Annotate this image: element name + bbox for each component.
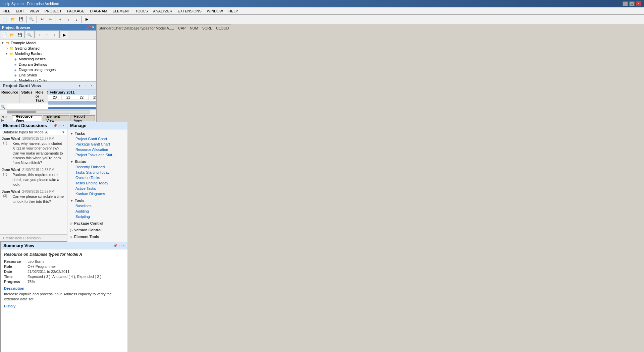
tree-modeling-basics-pkg[interactable]: ◈ Modeling Basics	[1, 56, 96, 62]
pb-close-btn[interactable]: ×	[92, 25, 94, 30]
menu-help[interactable]: HELP	[226, 8, 241, 14]
pgv-hscroll-thumb[interactable]	[7, 111, 36, 113]
tree-diagram-settings[interactable]: ◈ Diagram Settings	[1, 62, 96, 67]
manage-tasks-header[interactable]: ▼ Tasks	[69, 131, 126, 136]
menu-window[interactable]: WINDOW	[204, 8, 226, 14]
pgv-bar-area	[48, 100, 96, 109]
minimize-btn[interactable]: _	[623, 1, 628, 6]
ed-new-discussion[interactable]: Create new Discussion	[0, 234, 67, 241]
manage-resource-alloc[interactable]: Resource Allocation	[69, 147, 126, 152]
tree-root[interactable]: ▼ 🗃 Example Model	[1, 40, 96, 46]
ed-close-btn[interactable]: ×	[62, 124, 64, 127]
sv-close-btn[interactable]: ×	[123, 244, 125, 247]
ed-db-toggle[interactable]: ▼	[62, 130, 65, 134]
disc-2-text: Paulene, this requires more detail, can …	[8, 172, 66, 187]
ed-pin-btn[interactable]: 📌	[53, 124, 57, 127]
undo-btn[interactable]: ↩	[38, 16, 46, 23]
manage-tasks-ending[interactable]: Tasks Ending Today	[69, 180, 126, 186]
pb-pin-btn[interactable]: 📌	[87, 25, 91, 30]
tree-modeling-basics[interactable]: ▼ 📁 Modeling Basics	[1, 51, 96, 56]
sv-history[interactable]: History	[4, 304, 124, 308]
manage-project-tasks[interactable]: Project Tasks and Stat...	[69, 152, 126, 158]
manage-package-gantt[interactable]: Package Gantt Chart	[69, 141, 126, 147]
manage-tasks-starting[interactable]: Tasks Starting Today	[69, 170, 126, 175]
tree-diagram-images[interactable]: ◈ Diagram using Images	[1, 67, 96, 72]
pgv-bar-jane-bg	[48, 101, 96, 105]
menu-tools[interactable]: TOOLS	[132, 8, 150, 14]
pgv-bar-req011-bar	[48, 107, 96, 109]
ed-controls[interactable]: 📌 ◻ ×	[53, 124, 64, 127]
manage-scripting[interactable]: Scripting	[69, 214, 126, 219]
tree-line-styles[interactable]: ◈ Line Styles	[1, 72, 96, 78]
pgv-hscroll-track[interactable]	[7, 110, 90, 114]
manage-recently-finished[interactable]: Recently Finished	[69, 164, 126, 170]
manage-auditing[interactable]: Auditing	[69, 209, 126, 214]
sv-controls[interactable]: 📌 ◻ ×	[113, 244, 125, 247]
new-btn[interactable]: 📄	[1, 16, 9, 23]
tree-getting-started[interactable]: ▷ 📁 Getting Started	[1, 46, 96, 51]
pgv-hscroll[interactable]	[0, 109, 96, 114]
tab-report-view[interactable]: Report View	[70, 115, 95, 121]
run-btn[interactable]: ▶	[83, 16, 91, 23]
tab-resource-view[interactable]: Resource View	[12, 115, 42, 121]
sv-title: Summary View	[3, 243, 34, 248]
manage-tools-header[interactable]: ▼ Tools	[69, 198, 126, 203]
pb-add-btn[interactable]: +	[36, 31, 43, 39]
menu-view[interactable]: VIEW	[27, 8, 42, 14]
status-right: ..... CAP NUM SCRL CLOUD	[169, 26, 229, 30]
pgv-close-btn[interactable]: ×	[90, 83, 94, 88]
pb-dn-btn[interactable]: ↓	[51, 31, 58, 39]
pb-run-btn[interactable]: ▶	[61, 31, 68, 39]
tab-element-view[interactable]: Element View	[43, 115, 69, 121]
manage-baselines[interactable]: Baselines	[69, 203, 126, 209]
manage-project-gantt[interactable]: Project Gantt Chart	[69, 136, 126, 141]
manage-version-header[interactable]: ▷ Version Control	[69, 227, 126, 233]
redo-btn[interactable]: ↪	[46, 16, 54, 23]
pb-up-btn[interactable]: ↑	[43, 31, 51, 39]
sv-float-btn[interactable]: ◻	[119, 244, 121, 247]
down-btn[interactable]: ↓	[73, 16, 80, 23]
disc-3-date: 24/09/2015 12:29 PM	[22, 190, 54, 193]
menu-project[interactable]: PROJECT	[42, 8, 64, 14]
close-btn[interactable]: ×	[636, 1, 641, 6]
manage-overdue[interactable]: Overdue Tasks	[69, 175, 126, 180]
search-btn[interactable]: 🔍	[28, 16, 35, 23]
pb-new-btn[interactable]: 📄	[1, 31, 8, 39]
ed-db-label: Database types for Model A	[2, 130, 62, 134]
manage-status-header[interactable]: ▼ Status	[69, 159, 126, 164]
pkg-icon: ◈	[13, 78, 18, 81]
menu-file[interactable]: FILE	[0, 8, 13, 14]
manage-pkg-control-header[interactable]: ▷ Package Control	[69, 221, 126, 226]
tab-arrows[interactable]: ◀ ▷ ▶	[1, 115, 10, 122]
pgv-pin-btn[interactable]: ▼	[77, 83, 82, 88]
up-btn[interactable]: ↑	[65, 16, 72, 23]
open-btn[interactable]: 📂	[9, 16, 17, 23]
pb-save-btn[interactable]: 💾	[16, 31, 23, 39]
manage-active-tasks[interactable]: Active Tasks	[69, 186, 126, 191]
menu-extensions[interactable]: EXTENSIONS	[175, 8, 204, 14]
pgv-controls[interactable]: ▼ ◻ ×	[77, 83, 94, 88]
pgv-search-input1[interactable]	[7, 104, 48, 109]
window-controls[interactable]: _ □ ×	[623, 1, 641, 6]
menu-element[interactable]: ELEMENT	[110, 8, 132, 14]
maximize-btn[interactable]: □	[629, 1, 635, 6]
tree-modeling-color[interactable]: ◈ Modeling in Color	[1, 78, 96, 81]
manage-element-tools-header[interactable]: ▷ Element Tools	[69, 234, 126, 239]
sv-row-resource: Resource Leo Burns	[4, 259, 124, 263]
ed-float-btn[interactable]: ◻	[58, 124, 61, 127]
save-btn[interactable]: 💾	[17, 16, 25, 23]
menu-edit[interactable]: EDIT	[13, 8, 27, 14]
tools-arrow: ▼	[70, 199, 73, 202]
manage-kanban[interactable]: Kanban Diagrams	[69, 191, 126, 196]
menu-package[interactable]: PACKAGE	[64, 8, 87, 14]
pb-header-controls[interactable]: 📌 ×	[87, 25, 94, 30]
sv-pin-btn[interactable]: 📌	[113, 244, 117, 247]
menu-analyzer[interactable]: ANALYZER	[151, 8, 175, 14]
sv-table: Resource Leo Burns Role C++ Programmer D…	[4, 259, 124, 284]
statusbar: StandardChart:Database types for Model A…	[97, 24, 231, 32]
add-btn[interactable]: +	[57, 16, 64, 23]
pb-search-btn[interactable]: 🔍	[26, 31, 33, 39]
menu-diagram[interactable]: DIAGRAM	[87, 8, 110, 14]
pgv-float-btn[interactable]: ◻	[84, 83, 88, 88]
pb-open-btn[interactable]: 📂	[8, 31, 16, 39]
